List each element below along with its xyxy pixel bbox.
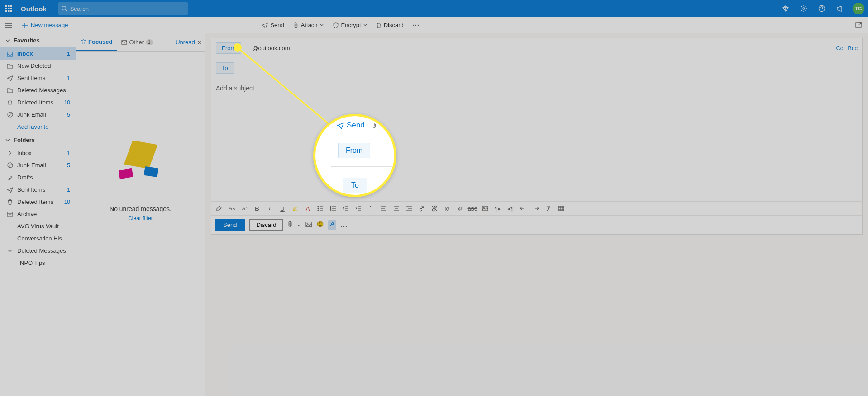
discard-button[interactable]: Discard (249, 219, 283, 231)
sidebar-item-deleted-messages[interactable]: Deleted Messages (0, 84, 76, 96)
tab-focused[interactable]: Focused (76, 33, 117, 51)
sidebar-folder-archive[interactable]: Archive (0, 208, 76, 220)
popout-icon[interactable] (855, 21, 868, 29)
favorites-header[interactable]: Favorites (0, 33, 76, 47)
announce-icon[interactable] (831, 0, 849, 17)
cc-button[interactable]: Cc (836, 45, 843, 52)
sidebar-folder-sent[interactable]: Sent Items1 (0, 184, 76, 196)
add-favorite-link[interactable]: Add favorite (0, 121, 76, 133)
insert-image-icon[interactable] (480, 203, 490, 213)
attach-icon[interactable] (287, 221, 293, 229)
discard-label: Discard (384, 22, 404, 28)
sidebar-folder-conv-history[interactable]: Conversation His... (0, 232, 76, 245)
redo-icon[interactable] (531, 203, 541, 213)
sidebar-item-inbox[interactable]: Inbox1 (0, 47, 76, 60)
italic-icon[interactable]: I (265, 203, 275, 213)
sidebar-item-label: Deleted Messages (17, 247, 70, 254)
subject-input[interactable] (216, 85, 858, 92)
undo-icon[interactable] (518, 203, 528, 213)
send-command[interactable]: Send (258, 20, 287, 30)
emoji-icon[interactable] (317, 221, 324, 229)
svg-point-69 (346, 226, 347, 226)
clear-format-icon[interactable] (544, 203, 553, 213)
sidebar-item-deleted-items[interactable]: Deleted Items10 (0, 96, 76, 108)
nav-toggle-icon[interactable] (0, 22, 17, 28)
svg-point-56 (483, 207, 484, 208)
bold-icon[interactable]: B (252, 203, 262, 213)
quote-icon[interactable]: " (366, 203, 376, 213)
sidebar-item-label: Archive (17, 211, 70, 217)
sidebar-folder-junk[interactable]: Junk Email5 (0, 159, 76, 171)
rtl-icon[interactable]: ◂¶ (506, 203, 515, 213)
clear-filter-link[interactable]: Clear filter (128, 215, 153, 222)
folders-header[interactable]: Folders (0, 133, 76, 147)
close-icon[interactable]: × (198, 39, 201, 46)
sidebar-folder-inbox[interactable]: Inbox1 (0, 147, 76, 159)
font-icon[interactable]: AA (227, 203, 237, 213)
sidebar-folder-avg[interactable]: AVG Virus Vault (0, 220, 76, 232)
search-box[interactable] (58, 2, 188, 15)
table-icon[interactable] (556, 203, 566, 213)
superscript-icon[interactable]: x2 (442, 203, 452, 213)
font-color-icon[interactable]: A (303, 203, 313, 213)
attach-command[interactable]: Attach (290, 20, 327, 30)
user-avatar[interactable]: TG (853, 3, 864, 14)
indent-icon[interactable] (353, 203, 363, 213)
help-icon[interactable] (813, 0, 831, 17)
app-name: Outlook (17, 5, 55, 13)
insert-picture-icon[interactable] (305, 221, 312, 229)
sidebar-item-count: 10 (64, 99, 70, 106)
more-command[interactable] (409, 23, 423, 28)
align-center-icon[interactable] (391, 203, 401, 213)
format-painter-icon[interactable] (214, 203, 224, 213)
format-toggle-icon[interactable] (328, 220, 336, 230)
svg-rect-6 (5, 10, 7, 12)
filter-unread[interactable]: Unread× (176, 39, 205, 46)
encrypt-command[interactable]: Encrypt (329, 20, 371, 30)
tab-other[interactable]: Other1 (117, 33, 157, 51)
svg-line-10 (65, 10, 67, 12)
subject-row[interactable] (211, 78, 862, 98)
svg-rect-3 (5, 8, 7, 9)
send-icon (262, 22, 268, 28)
outdent-icon[interactable] (341, 203, 351, 213)
number-list-icon[interactable]: 123 (328, 203, 338, 213)
align-left-icon[interactable] (379, 203, 389, 213)
sidebar-folder-deleted-items[interactable]: Deleted Items10 (0, 196, 76, 208)
search-input[interactable] (70, 5, 188, 12)
sidebar-item-new-deleted[interactable]: New Deleted (0, 60, 76, 72)
settings-icon[interactable] (795, 0, 813, 17)
underline-icon[interactable]: U (277, 203, 287, 213)
bcc-button[interactable]: Bcc (848, 45, 858, 52)
sidebar-item-count: 1 (67, 150, 70, 156)
to-row[interactable]: To (211, 58, 862, 78)
ltr-icon[interactable]: ¶▸ (493, 203, 503, 213)
sidebar-folder-drafts[interactable]: Drafts (0, 171, 76, 184)
shield-icon (333, 22, 339, 28)
sidebar-folder-deleted-messages[interactable]: Deleted Messages (0, 245, 76, 257)
highlight-icon[interactable] (290, 203, 300, 213)
sidebar-item-sent[interactable]: Sent Items1 (0, 72, 76, 84)
font-size-icon[interactable]: A^ (239, 203, 249, 213)
from-button[interactable]: From (216, 42, 241, 54)
strikethrough-icon[interactable]: abc (467, 203, 477, 213)
discard-command[interactable]: Discard (372, 20, 407, 30)
align-right-icon[interactable] (404, 203, 414, 213)
from-email: @outlook.com (252, 45, 290, 52)
app-launcher-icon[interactable] (0, 0, 17, 17)
svg-line-23 (8, 113, 11, 116)
new-message-button[interactable]: New message (17, 22, 72, 28)
unlink-icon[interactable] (429, 203, 439, 213)
bullet-list-icon[interactable] (315, 203, 325, 213)
compose-body[interactable] (211, 98, 862, 201)
link-icon[interactable] (417, 203, 427, 213)
to-button[interactable]: To (216, 62, 234, 74)
premium-icon[interactable] (777, 0, 795, 17)
sidebar-subfolder-npo[interactable]: NPO Tips (0, 257, 76, 269)
chevron-down-icon[interactable] (297, 221, 301, 229)
sidebar-item-junk[interactable]: Junk Email5 (0, 108, 76, 121)
more-actions-icon[interactable] (341, 221, 347, 229)
svg-text:3: 3 (330, 209, 331, 211)
subscript-icon[interactable]: x2 (455, 203, 465, 213)
send-button[interactable]: Send (215, 219, 245, 231)
